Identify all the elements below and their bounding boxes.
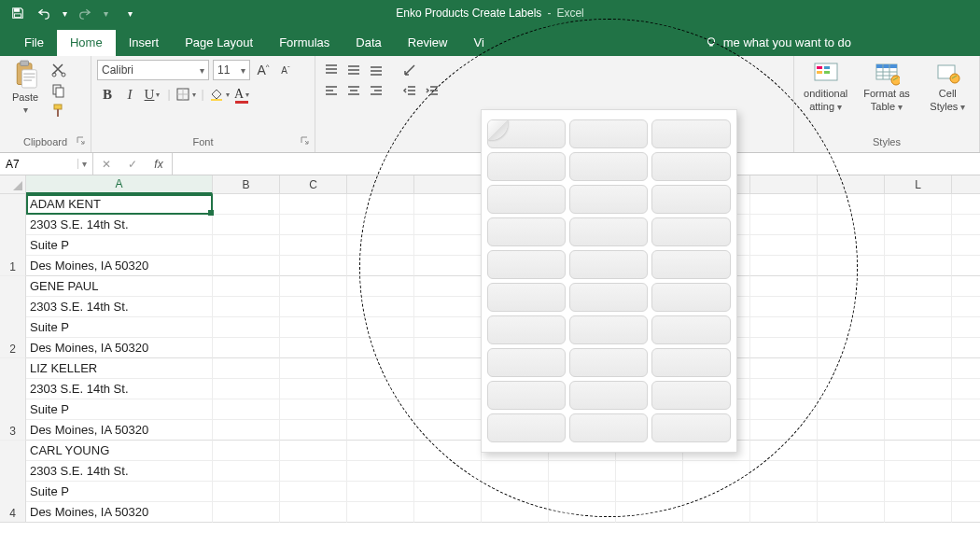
cell[interactable] <box>683 441 750 461</box>
cell[interactable] <box>818 441 885 461</box>
cell[interactable] <box>885 215 952 235</box>
cell[interactable] <box>280 461 347 482</box>
cell[interactable] <box>347 358 414 379</box>
col-header[interactable] <box>818 175 885 194</box>
cell[interactable] <box>683 461 750 482</box>
col-header[interactable] <box>616 175 683 194</box>
decrease-indent-button[interactable] <box>399 80 420 101</box>
cell[interactable] <box>818 399 885 420</box>
format-painter-button[interactable] <box>49 102 69 120</box>
cell[interactable] <box>683 379 750 399</box>
cell[interactable] <box>818 358 885 379</box>
cell[interactable] <box>683 256 750 276</box>
cell[interactable] <box>885 276 952 297</box>
cell[interactable] <box>616 256 683 276</box>
cell[interactable]: Des Moines, IA 50320 <box>26 256 213 276</box>
cell[interactable] <box>616 297 683 317</box>
cell[interactable] <box>952 297 980 317</box>
cell[interactable] <box>885 502 952 523</box>
cell[interactable] <box>750 502 818 523</box>
font-launcher-icon[interactable] <box>300 135 311 147</box>
col-header[interactable] <box>414 175 482 194</box>
row-header-3[interactable]: 3 <box>0 358 26 441</box>
cell[interactable] <box>952 379 980 399</box>
cell[interactable] <box>549 399 616 420</box>
cell[interactable] <box>616 502 683 523</box>
cell[interactable] <box>952 420 980 441</box>
cell[interactable] <box>549 358 616 379</box>
cell[interactable] <box>482 256 549 276</box>
fx-icon[interactable]: fx <box>146 158 172 171</box>
grow-font-button[interactable]: A^ <box>254 60 273 80</box>
font-color-button[interactable]: A ▾ <box>231 84 252 105</box>
cell[interactable] <box>885 256 952 276</box>
cell[interactable] <box>750 235 818 256</box>
cell[interactable]: Suite P <box>26 235 213 256</box>
cell[interactable] <box>952 338 980 358</box>
cell[interactable] <box>280 399 347 420</box>
cell[interactable] <box>482 461 549 482</box>
cell[interactable] <box>280 338 347 358</box>
cell[interactable] <box>616 194 683 215</box>
cell[interactable] <box>549 317 616 338</box>
cell[interactable] <box>414 338 482 358</box>
cell[interactable] <box>616 276 683 297</box>
cell[interactable] <box>280 502 347 523</box>
font-size-combo[interactable]: 11 ▾ <box>213 60 250 80</box>
cell[interactable] <box>818 297 885 317</box>
cell[interactable]: Suite P <box>26 317 213 338</box>
cell[interactable] <box>818 420 885 441</box>
cell[interactable] <box>683 194 750 215</box>
cell[interactable] <box>414 317 482 338</box>
cell[interactable]: 2303 S.E. 14th St. <box>26 297 213 317</box>
cell[interactable] <box>683 276 750 297</box>
undo-icon[interactable] <box>32 3 56 23</box>
cell[interactable] <box>750 420 818 441</box>
cell[interactable] <box>952 215 980 235</box>
cell[interactable] <box>549 502 616 523</box>
cell[interactable] <box>347 256 414 276</box>
cell[interactable] <box>280 194 347 215</box>
col-header-B[interactable]: B <box>213 175 280 194</box>
tab-formulas[interactable]: Formulas <box>266 30 343 56</box>
cell[interactable]: 2303 S.E. 14th St. <box>26 215 213 235</box>
cell[interactable] <box>818 215 885 235</box>
cell[interactable] <box>213 276 280 297</box>
cut-button[interactable] <box>49 61 69 79</box>
cell[interactable] <box>549 215 616 235</box>
cell[interactable] <box>347 502 414 523</box>
cell[interactable] <box>818 235 885 256</box>
cell[interactable] <box>818 194 885 215</box>
col-header[interactable] <box>347 175 414 194</box>
clipboard-launcher-icon[interactable] <box>76 135 87 147</box>
orientation-button[interactable] <box>399 60 420 80</box>
bold-button[interactable]: B <box>97 84 118 105</box>
cell[interactable]: Des Moines, IA 50320 <box>26 338 213 358</box>
cell[interactable] <box>414 235 482 256</box>
cell[interactable] <box>213 358 280 379</box>
redo-icon[interactable] <box>73 3 97 23</box>
cell[interactable] <box>213 297 280 317</box>
cell[interactable] <box>347 482 414 502</box>
cell[interactable] <box>952 358 980 379</box>
cell[interactable] <box>347 235 414 256</box>
cell[interactable] <box>683 235 750 256</box>
cell[interactable] <box>750 482 818 502</box>
cell[interactable] <box>952 194 980 215</box>
cell[interactable] <box>952 399 980 420</box>
align-middle-button[interactable] <box>343 60 364 80</box>
cell[interactable] <box>549 338 616 358</box>
font-name-combo[interactable]: Calibri ▾ <box>97 60 209 80</box>
cell[interactable] <box>482 297 549 317</box>
paste-button[interactable]: Paste ▾ <box>6 60 45 115</box>
undo-more-icon[interactable]: ▾ <box>58 3 71 23</box>
cell[interactable] <box>213 338 280 358</box>
cell[interactable] <box>213 215 280 235</box>
cell[interactable] <box>347 215 414 235</box>
cell[interactable] <box>280 215 347 235</box>
col-header-A[interactable]: A <box>26 175 213 194</box>
cell[interactable] <box>482 482 549 502</box>
cell[interactable] <box>213 420 280 441</box>
tab-data[interactable]: Data <box>343 30 394 56</box>
cell[interactable] <box>885 235 952 256</box>
